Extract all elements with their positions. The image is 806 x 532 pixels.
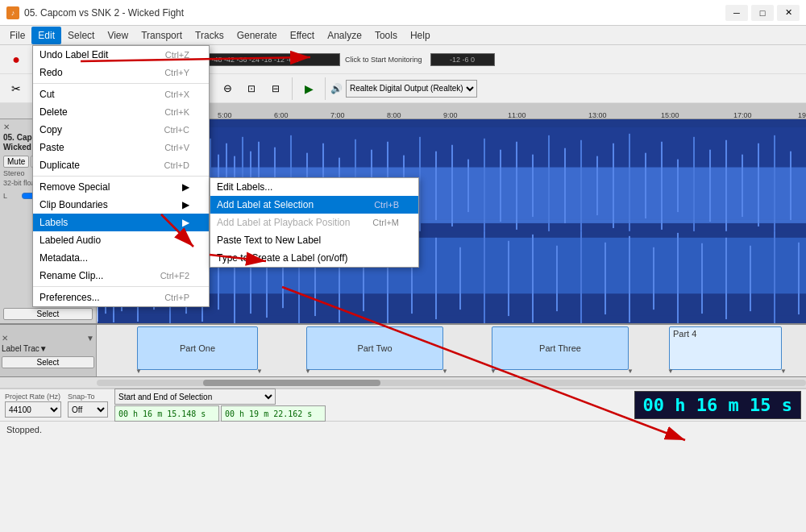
menu-help[interactable]: Help bbox=[404, 27, 437, 44]
svg-rect-92 bbox=[653, 247, 654, 310]
menu-metadata[interactable]: Metadata... bbox=[33, 249, 209, 267]
label-part-three[interactable]: Part Three bbox=[492, 326, 629, 370]
ruler-mark-13: 13:00 bbox=[588, 111, 607, 119]
label-marker-2: ▼ bbox=[256, 368, 263, 375]
close-button[interactable]: ✕ bbox=[777, 5, 800, 21]
svg-rect-96 bbox=[750, 246, 751, 311]
menu-view[interactable]: View bbox=[101, 27, 135, 44]
menu-undo[interactable]: Undo Label EditCtrl+Z bbox=[33, 46, 209, 64]
menu-delete[interactable]: DeleteCtrl+K bbox=[33, 103, 209, 121]
label-marker-7: ▼ bbox=[667, 368, 674, 375]
svg-rect-47 bbox=[580, 140, 582, 231]
svg-rect-95 bbox=[725, 238, 727, 319]
label-marker-4: ▼ bbox=[442, 368, 448, 375]
svg-rect-58 bbox=[758, 143, 759, 227]
selection-format-select[interactable]: Start and End of Selection bbox=[114, 389, 276, 405]
status-bar: Stopped. bbox=[0, 421, 806, 437]
time-end-display[interactable]: 00 h 19 m 22.162 s bbox=[221, 405, 326, 422]
snap-select[interactable]: Off bbox=[68, 401, 108, 418]
svg-rect-98 bbox=[798, 243, 800, 314]
zoom-sel-button[interactable]: ⊟ bbox=[264, 77, 287, 100]
menu-effect[interactable]: Effect bbox=[284, 27, 321, 44]
app-icon: ♪ bbox=[6, 6, 19, 19]
label-track: ✕ ▼ Label Trac▼ Select Part One Part Two… bbox=[0, 325, 806, 377]
menu-labeled-audio[interactable]: Labeled Audio bbox=[33, 231, 209, 249]
output-device-area: 🔊 Realtek Digital Output (Realtek) bbox=[330, 80, 477, 98]
label-track-area[interactable]: Part One Part Two Part Three Part 4 ▼ ▼ … bbox=[97, 325, 806, 376]
menu-tracks[interactable]: Tracks bbox=[189, 27, 231, 44]
menu-redo[interactable]: RedoCtrl+Y bbox=[33, 64, 209, 81]
zoom-fit-button[interactable]: ⊡ bbox=[240, 77, 263, 100]
ruler-mark-15: 15:00 bbox=[661, 111, 679, 119]
menu-select[interactable]: Select bbox=[61, 27, 101, 44]
svg-rect-57 bbox=[742, 155, 743, 217]
label-part-two[interactable]: Part Two bbox=[306, 326, 443, 370]
svg-rect-51 bbox=[645, 153, 646, 218]
minimize-button[interactable]: ─ bbox=[725, 5, 748, 21]
menu-generate[interactable]: Generate bbox=[231, 27, 284, 44]
ruler-mark-11: 11:00 bbox=[508, 111, 526, 119]
play-button[interactable]: ▶ bbox=[297, 77, 320, 100]
label-track-collapse[interactable]: ▼ bbox=[86, 334, 94, 343]
labels-submenu: Edit Labels... Add Label at SelectionCtr… bbox=[210, 177, 419, 268]
record-button[interactable]: ● bbox=[5, 48, 27, 71]
edit-dropdown: Undo Label EditCtrl+Z RedoCtrl+Y CutCtrl… bbox=[32, 45, 210, 307]
maximize-button[interactable]: □ bbox=[751, 5, 774, 21]
project-rate-select[interactable]: 44100 bbox=[5, 401, 61, 418]
label-marker-3: ▼ bbox=[305, 368, 311, 375]
label-marker-8: ▼ bbox=[780, 368, 787, 375]
menu-file[interactable]: File bbox=[3, 27, 31, 44]
label-track-controls: ✕ ▼ Label Trac▼ Select bbox=[0, 325, 97, 376]
menu-copy[interactable]: CopyCtrl+C bbox=[33, 121, 209, 139]
input-meter: -54 -48 -42 -36 -24 -18 -12 -6 0 bbox=[195, 53, 340, 66]
submenu-type-to-create[interactable]: Type to Create a Label (on/off) bbox=[210, 249, 418, 267]
svg-rect-94 bbox=[701, 243, 703, 314]
submenu-edit-labels[interactable]: Edit Labels... bbox=[210, 178, 418, 196]
track-select-button[interactable]: Select bbox=[3, 308, 93, 320]
zoom-out-button[interactable]: ⊖ bbox=[216, 77, 239, 100]
menu-paste[interactable]: PasteCtrl+V bbox=[33, 139, 209, 156]
bottom-controls: Project Rate (Hz) 44100 Snap-To Off Star… bbox=[0, 389, 806, 421]
label-track-name[interactable]: Label Trac▼ bbox=[2, 344, 94, 353]
mute-button[interactable]: Mute bbox=[3, 156, 29, 168]
svg-rect-53 bbox=[677, 160, 679, 212]
output-meter: -12 -6 0 bbox=[430, 53, 495, 66]
menu-transport[interactable]: Transport bbox=[135, 27, 189, 44]
menu-duplicate[interactable]: DuplicateCtrl+D bbox=[33, 156, 209, 174]
menu-clip-boundaries[interactable]: Clip Boundaries▶ bbox=[33, 196, 209, 214]
ruler-mark-17: 17:00 bbox=[733, 111, 752, 119]
time-start-display[interactable]: 00 h 16 m 15.148 s bbox=[114, 405, 219, 422]
svg-rect-50 bbox=[629, 134, 630, 231]
svg-rect-87 bbox=[532, 235, 534, 322]
menu-rename-clip[interactable]: Rename Clip...Ctrl+F2 bbox=[33, 267, 209, 285]
svg-rect-43 bbox=[516, 142, 517, 230]
ruler-mark-19: 19:00 bbox=[798, 111, 806, 119]
label-track-close[interactable]: ✕ bbox=[2, 334, 8, 343]
menu-tools[interactable]: Tools bbox=[368, 27, 404, 44]
svg-rect-41 bbox=[484, 139, 485, 231]
ruler-mark-7: 7:00 bbox=[330, 111, 345, 119]
h-scrollbar[interactable] bbox=[0, 377, 806, 389]
svg-rect-97 bbox=[774, 231, 775, 323]
menu-cut[interactable]: CutCtrl+X bbox=[33, 85, 209, 103]
menu-remove-special[interactable]: Remove Special▶ bbox=[33, 178, 209, 196]
submenu-add-label-selection[interactable]: Add Label at SelectionCtrl+B bbox=[210, 196, 418, 214]
svg-rect-37 bbox=[419, 137, 421, 231]
output-device-select[interactable]: Realtek Digital Output (Realtek) bbox=[346, 80, 477, 98]
label-track-select-button[interactable]: Select bbox=[2, 356, 94, 368]
scrollbar-thumb[interactable] bbox=[203, 380, 380, 386]
main-time-display: 00 h 16 m 15 s bbox=[634, 391, 801, 419]
label-part-four[interactable]: Part 4 bbox=[669, 326, 782, 370]
menu-edit[interactable]: Edit bbox=[31, 27, 61, 44]
submenu-paste-text[interactable]: Paste Text to New Label bbox=[210, 231, 418, 249]
svg-rect-40 bbox=[467, 160, 469, 212]
label-marker-6: ▼ bbox=[627, 368, 634, 375]
label-part-one[interactable]: Part One bbox=[137, 326, 258, 370]
project-rate-label: Project Rate (Hz) bbox=[5, 393, 61, 401]
svg-rect-86 bbox=[508, 241, 509, 316]
menu-preferences[interactable]: Preferences...Ctrl+P bbox=[33, 289, 209, 306]
cut-button[interactable]: ✂ bbox=[5, 77, 27, 100]
track-close-x[interactable]: ✕ bbox=[3, 123, 10, 131]
menu-labels[interactable]: Labels▶ bbox=[33, 214, 209, 231]
menu-analyze[interactable]: Analyze bbox=[321, 27, 368, 44]
